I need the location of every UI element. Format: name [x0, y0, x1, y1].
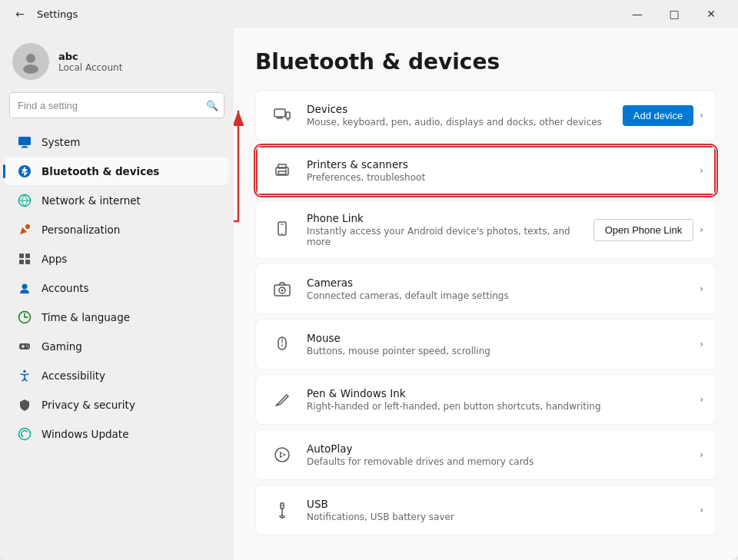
- content-area: abc Local Account 🔍 System: [0, 28, 738, 560]
- svg-point-20: [26, 345, 28, 346]
- printers-icon: [268, 157, 296, 184]
- page-title: Bluetooth & devices: [255, 49, 716, 75]
- mouse-chevron: ›: [700, 339, 703, 350]
- pen-chevron: ›: [700, 394, 703, 405]
- pen-desc: Right-handed or left-handed, pen button …: [307, 401, 689, 412]
- update-label: Windows Update: [42, 428, 128, 440]
- svg-rect-27: [277, 118, 283, 119]
- accessibility-label: Accessibility: [42, 369, 105, 382]
- gaming-icon: [17, 339, 32, 354]
- svg-point-47: [281, 515, 284, 517]
- close-button[interactable]: ✕: [693, 2, 729, 26]
- pen-icon: [268, 386, 296, 413]
- bluetooth-label: Bluetooth & devices: [42, 165, 159, 177]
- pen-action: ›: [700, 394, 703, 405]
- privacy-label: Privacy & security: [42, 399, 135, 411]
- phonelink-card: Phone Link Instantly access your Android…: [255, 200, 716, 259]
- cameras-title: Cameras: [307, 277, 689, 289]
- nav-item-bluetooth[interactable]: Bluetooth & devices: [5, 157, 229, 185]
- svg-rect-32: [278, 171, 286, 174]
- printers-desc: Preferences, troubleshoot: [307, 172, 689, 183]
- nav-item-accounts[interactable]: Accounts: [5, 274, 229, 302]
- devices-item[interactable]: Devices Mouse, keyboard, pen, audio, dis…: [256, 91, 716, 140]
- nav-item-system[interactable]: System: [5, 128, 229, 156]
- cameras-card: Cameras Connected cameras, default image…: [255, 263, 716, 314]
- search-box: 🔍: [9, 92, 224, 118]
- window-controls: — □ ✕: [620, 2, 729, 26]
- svg-rect-26: [274, 109, 285, 117]
- devices-card: Devices Mouse, keyboard, pen, audio, dis…: [255, 90, 716, 141]
- nav-item-update[interactable]: Windows Update: [5, 420, 229, 448]
- phonelink-text: Phone Link Instantly access your Android…: [307, 212, 583, 247]
- phonelink-action: Open Phone Link ›: [593, 219, 703, 241]
- autoplay-title: AutoPlay: [307, 442, 689, 455]
- accounts-icon: [17, 280, 32, 296]
- nav-item-apps[interactable]: Apps: [5, 245, 229, 273]
- nav-item-network[interactable]: Network & internet: [5, 187, 229, 214]
- cameras-chevron: ›: [700, 283, 703, 294]
- bluetooth-icon: [17, 164, 32, 179]
- personalization-icon: [17, 222, 32, 237]
- app-title: Settings: [37, 8, 613, 20]
- autoplay-chevron: ›: [700, 449, 703, 460]
- cameras-icon: [268, 275, 296, 303]
- cameras-action: ›: [700, 283, 703, 294]
- user-info: abc Local Account: [58, 51, 122, 73]
- nav-item-time[interactable]: Time & language: [5, 303, 229, 331]
- back-button[interactable]: ←: [9, 3, 31, 25]
- nav-item-personalization[interactable]: Personalization: [5, 216, 229, 244]
- autoplay-item[interactable]: AutoPlay Defaults for removable drives a…: [256, 430, 716, 479]
- nav-item-gaming[interactable]: Gaming: [5, 333, 229, 360]
- usb-icon: [268, 496, 296, 524]
- add-device-button[interactable]: Add device: [623, 105, 693, 126]
- avatar: [12, 43, 49, 80]
- gaming-label: Gaming: [42, 340, 82, 353]
- devices-chevron: ›: [700, 110, 703, 121]
- usb-title: USB: [307, 498, 689, 510]
- usb-action: ›: [700, 505, 703, 515]
- nav-item-accessibility[interactable]: Accessibility: [5, 362, 229, 389]
- accessibility-icon: [17, 368, 32, 383]
- devices-icon: [268, 101, 296, 129]
- time-icon: [17, 310, 32, 325]
- privacy-icon: [17, 397, 32, 413]
- phonelink-title: Phone Link: [307, 212, 583, 224]
- mouse-action: ›: [700, 339, 703, 350]
- usb-text: USB Notifications, USB battery saver: [307, 498, 689, 522]
- printers-title: Printers & scanners: [307, 158, 689, 171]
- mouse-text: Mouse Buttons, mouse pointer speed, scro…: [307, 332, 689, 356]
- user-type: Local Account: [58, 62, 122, 73]
- search-input[interactable]: [9, 92, 224, 118]
- svg-rect-10: [25, 253, 30, 258]
- printers-item[interactable]: Printers & scanners Preferences, trouble…: [256, 146, 716, 195]
- usb-item[interactable]: USB Notifications, USB battery saver ›: [256, 485, 716, 535]
- svg-point-35: [281, 233, 283, 234]
- mouse-item[interactable]: Mouse Buttons, mouse pointer speed, scro…: [256, 320, 716, 369]
- autoplay-text: AutoPlay Defaults for removable drives a…: [307, 442, 689, 467]
- svg-point-13: [22, 284, 28, 290]
- open-phonelink-button[interactable]: Open Phone Link: [593, 219, 693, 241]
- svg-point-21: [28, 346, 29, 348]
- apps-label: Apps: [42, 253, 67, 265]
- network-label: Network & internet: [42, 194, 141, 207]
- svg-rect-11: [19, 260, 24, 264]
- user-profile[interactable]: abc Local Account: [0, 34, 234, 92]
- devices-action: Add device ›: [623, 105, 703, 126]
- svg-point-8: [25, 224, 30, 229]
- minimize-button[interactable]: —: [620, 2, 655, 26]
- svg-point-22: [23, 370, 26, 373]
- user-name: abc: [58, 51, 122, 62]
- svg-point-44: [281, 453, 284, 456]
- nav-item-privacy[interactable]: Privacy & security: [5, 391, 229, 419]
- phonelink-icon: [268, 216, 296, 244]
- svg-rect-12: [25, 260, 30, 264]
- svg-rect-29: [288, 119, 289, 121]
- cameras-item[interactable]: Cameras Connected cameras, default image…: [256, 264, 716, 313]
- pen-title: Pen & Windows Ink: [307, 387, 689, 399]
- phonelink-item[interactable]: Phone Link Instantly access your Android…: [256, 201, 716, 258]
- pen-item[interactable]: Pen & Windows Ink Right-handed or left-h…: [256, 375, 716, 424]
- usb-card: USB Notifications, USB battery saver ›: [255, 485, 716, 535]
- personalization-label: Personalization: [42, 224, 120, 236]
- maximize-button[interactable]: □: [657, 2, 692, 26]
- apps-icon: [17, 251, 32, 267]
